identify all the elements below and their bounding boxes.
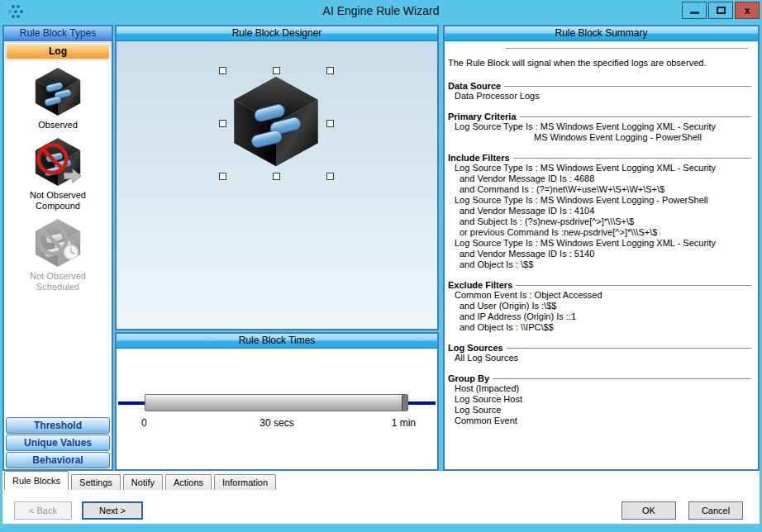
tick-thirty-secs: 30 secs [260,417,293,429]
summary-intro: The Rule Block will signal when the spec… [446,58,751,68]
summary-section-primary-criteria: Primary CriteriaLog Source Type Is : MS … [446,112,751,143]
summary-section-title: Log Sources [446,343,503,353]
maximize-icon [717,7,726,14]
category-buttons: ThresholdUnique ValuesBehavioral [4,416,112,469]
window-title: AI Engine Rule Wizard [0,0,762,23]
designer-canvas[interactable] [117,41,437,329]
tab-settings[interactable]: Settings [71,474,121,490]
summary-line: and Command Is : (?=)net\W+use\W+\S+\W+\… [446,184,751,195]
maximize-button[interactable] [708,2,733,19]
category-button-behavioral[interactable]: Behavioral [6,452,110,468]
summary-line: and Vendor Message ID Is : 4688 [446,173,751,184]
summary-line: Log Source Host [446,394,751,405]
summary-line: and Subject Is : (?s)new-psdrive[^>]*\\\… [446,216,751,227]
section-rule-line [516,285,751,287]
rule-block-type-list: Observed Not Observed Compound [4,60,112,292]
back-button[interactable]: < Back [14,501,72,520]
selection-handle[interactable] [219,120,226,127]
summary-section-title: Group By [446,373,489,383]
summary-section-title-row: Group By [446,373,751,383]
summary-section-title-row: Include Filters [446,153,751,163]
selection-handle[interactable] [326,173,334,180]
category-button-unique-values[interactable]: Unique Values [6,435,110,451]
summary-line: MS Windows Event Logging - PowerShell [446,132,751,143]
time-range-slider[interactable] [145,394,408,411]
summary-line: Log Source [446,405,751,416]
minimize-button[interactable] [682,2,707,19]
summary-line: and User (Origin) Is :\$$ [446,301,751,311]
rule-block-types-panel: Rule Block Types Log Observed Not Observ… [2,25,113,471]
type-item-observed[interactable]: Observed [12,67,103,131]
tab-strip: Rule BlocksSettingsNotifyActionsInformat… [2,471,276,490]
section-rule-line [504,86,751,88]
summary-section-exclude-filters: Exclude FiltersCommon Event Is : Object … [446,280,751,333]
section-rule-line [520,116,751,118]
ai-engine-rule-wizard-window: AI Engine Rule Wizard x Rule Block Types… [0,0,762,532]
cancel-button[interactable]: Cancel [688,501,743,520]
selection-handle[interactable] [273,67,280,74]
cube-observed-icon [33,67,83,116]
close-icon: x [745,5,750,17]
selection-handle[interactable] [326,67,334,74]
tab-notify[interactable]: Notify [123,474,163,490]
summary-line: Common Event Is : Object Accessed [446,290,751,301]
tab-actions[interactable]: Actions [165,474,212,490]
selection-handle[interactable] [273,173,280,180]
cube-scheduled-icon [33,218,83,268]
summary-section-group-by: Group ByHost (Impacted)Log Source HostLo… [446,373,751,426]
summary-line: and Vendor Message ID Is : 4104 [446,206,751,216]
rule-block-times-panel: Rule Block Times 0 30 secs 1 min [115,332,439,471]
log-category-button[interactable]: Log [6,43,110,59]
summary-line: Log Source Type Is : MS Windows Event Lo… [446,121,751,132]
tick-zero: 0 [141,417,147,429]
summary-section-title-row: Exclude Filters [446,280,751,290]
cube-not-observed-icon [33,137,83,187]
summary-line: and IP Address (Origin) Is ::1 [446,311,751,322]
footer: Rule BlocksSettingsNotifyActionsInformat… [2,471,760,524]
type-item-not-observed-compound[interactable]: Not Observed Compound [12,137,103,211]
summary-line: Log Source Type Is : MS Windows Event Lo… [446,163,751,173]
tab-information[interactable]: Information [214,474,276,490]
summary-section-include-filters: Include FiltersLog Source Type Is : MS W… [446,153,751,270]
section-rule-line [507,348,751,349]
summary-section-title: Exclude Filters [446,280,512,290]
summary-line: Log Source Type Is : MS Windows Event Lo… [446,238,751,249]
summary-line: or previous Command Is :new-psdrive[^>]*… [446,227,751,238]
selection-handle[interactable] [326,120,334,127]
summary-line: Data Processor Logs [446,91,751,102]
summary-section-title: Primary Criteria [446,112,517,121]
rule-block-types-header: Rule Block Types [4,26,112,41]
summary-section-title-row: Primary Criteria [446,112,751,121]
selection-handle[interactable] [219,173,226,180]
rule-block-times-header: Rule Block Times [117,334,437,349]
type-item-not-observed-scheduled[interactable]: Not Observed Scheduled [12,218,103,292]
rule-block-summary-panel: Rule Block Summary The Rule Block will s… [443,25,760,471]
section-rule-line [513,158,751,159]
summary-line: Common Event [446,416,751,426]
tick-one-min: 1 min [392,417,416,429]
summary-body: The Rule Block will signal when the spec… [445,41,758,426]
summary-line: and Vendor Message ID Is : 5140 [446,249,751,259]
type-item-label: Not Observed Compound [12,190,103,211]
summary-divider [506,48,748,50]
close-button[interactable]: x [735,2,760,19]
ok-button[interactable]: OK [622,501,676,520]
summary-line: and Object Is : \\IPC\$$ [446,322,751,333]
next-button[interactable]: Next > [82,501,143,520]
titlebar: AI Engine Rule Wizard x [0,0,762,23]
rule-block-summary-header: Rule Block Summary [445,26,758,41]
summary-section-title: Data Source [446,81,501,91]
selection-handle[interactable] [219,67,226,74]
summary-section-data-source: Data SourceData Processor Logs [446,81,751,102]
rule-block-designer-header: Rule Block Designer [117,26,437,41]
tab-rule-blocks[interactable]: Rule Blocks [4,471,69,490]
summary-section-title-row: Log Sources [446,343,751,353]
summary-section-title-row: Data Source [446,81,751,91]
summary-section-log-sources: Log SourcesAll Log Sources [446,343,751,363]
category-button-threshold[interactable]: Threshold [6,417,110,434]
rule-block-cube-icon[interactable] [230,75,322,168]
summary-line: All Log Sources [446,353,751,363]
summary-line: and Object Is : \$$ [446,259,751,270]
summary-section-title: Include Filters [446,153,510,163]
summary-line: Log Source Type Is : MS Windows Event Lo… [446,195,751,206]
